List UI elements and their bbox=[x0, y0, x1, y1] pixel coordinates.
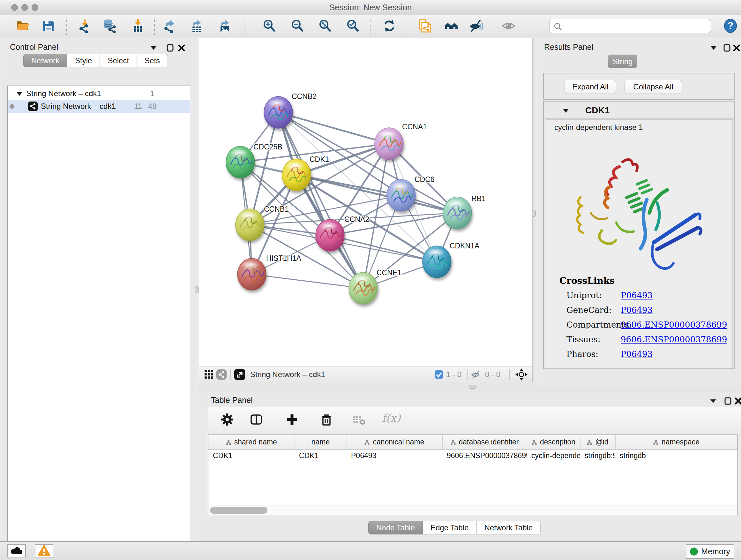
network-node-ccnb2[interactable] bbox=[264, 97, 293, 128]
entry-header-row[interactable]: CDK1 bbox=[544, 102, 734, 119]
warnings-button[interactable] bbox=[35, 544, 53, 557]
table-cell[interactable]: stringdb:9... bbox=[580, 449, 615, 462]
column-header-shared-name[interactable]: shared name bbox=[208, 435, 294, 449]
function-builder-button[interactable]: f(x) bbox=[382, 412, 401, 424]
zoom-out-button[interactable] bbox=[290, 18, 305, 33]
bottom-splitter-handle[interactable] bbox=[469, 385, 476, 388]
open-session-button[interactable] bbox=[15, 18, 30, 33]
crosslink-value-link[interactable]: P06493 bbox=[621, 349, 653, 359]
control-panel-menu-button[interactable] bbox=[150, 45, 157, 52]
control-panel-close-button[interactable] bbox=[178, 44, 185, 53]
export-image-button[interactable] bbox=[218, 18, 233, 33]
network-view-canvas[interactable]: CCNB2CCNA1CDC25BCDK1CDC6RB1CCNB1CCNA2CDK… bbox=[199, 38, 533, 382]
import-network-button[interactable] bbox=[77, 18, 92, 33]
network-node-cdkn1a[interactable] bbox=[422, 246, 451, 278]
tab-sets[interactable]: Sets bbox=[137, 54, 168, 67]
expand-all-button[interactable]: Expand All bbox=[564, 80, 616, 94]
network-node-ccnb1[interactable] bbox=[235, 209, 264, 241]
first-neighbors-button[interactable] bbox=[444, 18, 459, 33]
network-node-hist1h1a[interactable] bbox=[238, 258, 266, 290]
right-splitter-handle[interactable] bbox=[532, 210, 536, 217]
column-header-database-identifier[interactable]: database identifier bbox=[442, 435, 527, 449]
network-node-cdk1[interactable] bbox=[282, 159, 311, 191]
node-table[interactable]: shared namenamecanonical namedatabase id… bbox=[208, 435, 738, 515]
tab-style[interactable]: Style bbox=[67, 54, 100, 67]
birdseye-navigator-button[interactable] bbox=[515, 368, 528, 382]
column-header-description[interactable]: description bbox=[527, 435, 580, 449]
tab-select[interactable]: Select bbox=[100, 54, 137, 67]
save-session-button[interactable] bbox=[41, 18, 56, 33]
memory-button[interactable]: Memory bbox=[686, 544, 734, 559]
network-node-ccna1[interactable] bbox=[375, 128, 403, 160]
table-cell[interactable]: CDK1 bbox=[208, 449, 294, 462]
crosslink-value-link[interactable]: 9606.ENSP00000378699 bbox=[621, 320, 727, 329]
table-panel-close-button[interactable] bbox=[734, 397, 741, 406]
control-panel-float-button[interactable] bbox=[166, 44, 174, 53]
node-label: CDC6 bbox=[414, 175, 434, 184]
table-cell[interactable]: stringdb bbox=[615, 449, 738, 462]
network-graph[interactable]: CCNB2CCNA1CDC25BCDK1CDC6RB1CCNB1CCNA2CDK… bbox=[199, 38, 533, 367]
detach-view-button[interactable] bbox=[234, 369, 245, 381]
show-columns-button[interactable] bbox=[250, 413, 263, 426]
table-options-button[interactable] bbox=[220, 413, 234, 426]
export-network-button[interactable] bbox=[162, 18, 177, 33]
network-node-cdc6[interactable] bbox=[387, 179, 415, 211]
crosslink-value-link[interactable]: P06493 bbox=[621, 291, 653, 300]
table-cell[interactable]: P06493 bbox=[347, 449, 442, 462]
collapse-triangle-icon[interactable] bbox=[562, 108, 569, 114]
network-node-rb1[interactable] bbox=[443, 197, 472, 229]
hidden-eye-icon[interactable] bbox=[471, 370, 481, 381]
column-header-namespace[interactable]: namespace bbox=[615, 435, 738, 449]
table-cell[interactable]: cyclin-dependent ... bbox=[527, 449, 580, 462]
tab-string[interactable]: String bbox=[608, 55, 637, 68]
hide-selected-button[interactable] bbox=[469, 18, 483, 33]
tab-node-table[interactable]: Node Table bbox=[368, 521, 423, 535]
table-cell[interactable]: CDK1 bbox=[294, 449, 347, 462]
collapse-all-button[interactable]: Collapse All bbox=[624, 80, 682, 94]
crosslink-value-link[interactable]: 9606.ENSP00000378699 bbox=[621, 334, 727, 344]
results-panel-float-button[interactable] bbox=[723, 44, 731, 53]
network-row[interactable]: String Network – cdk1 11 48 bbox=[8, 100, 190, 113]
results-panel-close-button[interactable] bbox=[733, 44, 740, 53]
import-table-button[interactable] bbox=[131, 18, 146, 33]
cloud-status-button[interactable] bbox=[7, 544, 26, 557]
apply-style-refresh-button[interactable] bbox=[382, 18, 397, 33]
column-header-name[interactable]: name bbox=[294, 435, 347, 449]
network-node-ccne1[interactable] bbox=[349, 272, 378, 304]
tab-edge-table[interactable]: Edge Table bbox=[423, 521, 477, 535]
tab-network-table[interactable]: Network Table bbox=[477, 521, 541, 535]
crosslink-value-link[interactable]: P06493 bbox=[621, 305, 653, 315]
export-table-button[interactable] bbox=[190, 18, 205, 33]
tree-expand-triangle-icon[interactable] bbox=[16, 91, 23, 97]
column-header-canonical-name[interactable]: canonical name bbox=[347, 435, 442, 449]
selected-checkbox-icon[interactable] bbox=[434, 370, 443, 380]
network-node-ccna2[interactable] bbox=[316, 219, 344, 251]
table-horizontal-scrollbar[interactable] bbox=[208, 505, 738, 515]
table-toolbar: f(x) bbox=[208, 407, 741, 432]
zoom-in-button[interactable] bbox=[262, 18, 277, 33]
table-cell[interactable]: 9606.ENSP00000378699 bbox=[442, 449, 527, 462]
show-grid-button[interactable] bbox=[204, 370, 214, 380]
network-edge[interactable] bbox=[252, 274, 363, 288]
column-header--id[interactable]: @id bbox=[580, 435, 615, 449]
zoom-fit-button[interactable] bbox=[318, 18, 333, 33]
zoom-selected-button[interactable] bbox=[346, 18, 360, 33]
network-node-cdc25b[interactable] bbox=[226, 146, 255, 178]
table-row[interactable]: CDK1CDK1P064939606.ENSP00000378699cyclin… bbox=[208, 449, 738, 462]
show-all-button[interactable] bbox=[501, 18, 516, 33]
tab-network[interactable]: Network bbox=[23, 54, 67, 67]
delete-table-button[interactable] bbox=[352, 413, 366, 426]
network-badge-button[interactable] bbox=[216, 369, 226, 381]
left-splitter-handle[interactable] bbox=[195, 287, 199, 294]
delete-column-button[interactable] bbox=[320, 413, 333, 426]
help-button[interactable]: ? bbox=[723, 18, 738, 33]
import-network-from-database-button[interactable] bbox=[102, 18, 117, 33]
table-panel-float-button[interactable] bbox=[724, 397, 732, 406]
table-panel-menu-button[interactable] bbox=[710, 398, 717, 405]
scrollbar-thumb[interactable] bbox=[210, 507, 267, 514]
clone-network-button[interactable] bbox=[417, 18, 432, 33]
network-collection-row[interactable]: String Network – cdk1 1 bbox=[8, 87, 190, 100]
results-panel-menu-button[interactable] bbox=[710, 45, 718, 52]
search-input[interactable] bbox=[565, 21, 706, 31]
create-column-button[interactable] bbox=[285, 413, 299, 426]
